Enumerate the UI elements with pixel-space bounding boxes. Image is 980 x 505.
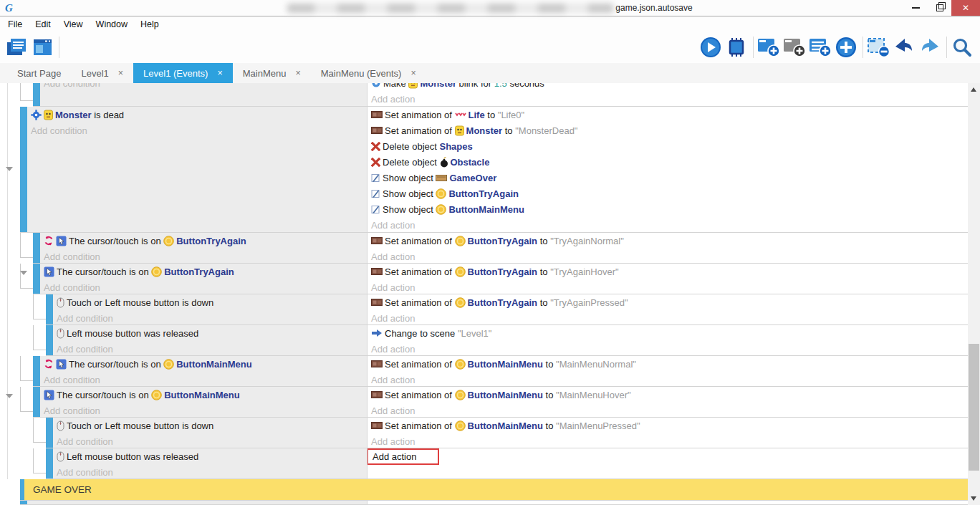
actions-column[interactable]: Set animation of ButtonTryAgain to "TryA… [367,233,968,263]
action-line[interactable]: Set animation of ButtonTryAgain to "TryA… [368,264,968,279]
add-condition-button[interactable]: Add condition [53,464,367,478]
menu-item-file[interactable]: File [1,19,29,29]
condition-line[interactable]: Left mouse button was released [53,448,367,464]
scrollbar-up-arrow[interactable] [971,87,976,92]
condition-line[interactable]: The cursor/touch is on ButtonMainMenu [40,356,367,372]
conditions-column[interactable]: Monster is deadAdd condition [27,107,367,232]
actions-column[interactable]: Add action [367,448,968,478]
add-condition-button[interactable]: Add condition [53,341,367,355]
action-line[interactable]: Set animation of Monster to "MonsterDead… [368,122,968,138]
project-manager-button[interactable] [4,34,30,60]
action-line[interactable]: Make Monster blink for 1.5 seconds [368,83,968,91]
actions-column[interactable]: Change to scene "Level1"Add action [367,325,968,355]
condition-line[interactable]: The cursor/touch is on ButtonTryAgain [40,264,367,279]
add-condition-button[interactable]: Add condition [40,372,367,386]
tab-start-page[interactable]: Start Page [7,63,71,83]
actions-column[interactable]: Set animation of ButtonMainMenu to "Main… [367,387,968,417]
add-action-button[interactable]: Add action [368,372,968,386]
action-line[interactable]: Set animation of ButtonMainMenu to "Main… [368,356,968,372]
add-condition-button[interactable]: Add condition [27,122,367,138]
action-line[interactable]: Set animation of ButtonTryAgain to "TryA… [368,233,968,249]
menu-item-edit[interactable]: Edit [29,19,57,29]
conditions-column[interactable]: The cursor/touch is on ButtonMainMenuAdd… [40,387,367,417]
vertical-scrollbar[interactable] [968,83,980,505]
add-action-button[interactable]: Add action [368,91,968,106]
scrollbar-down-arrow[interactable] [971,496,976,501]
conditions-column[interactable]: Touch or Left mouse button is downAdd co… [53,294,367,324]
add-condition-button[interactable]: Add condition [40,249,367,263]
event-row[interactable] [0,501,968,505]
condition-line[interactable]: Touch or Left mouse button is down [53,418,367,433]
conditions-column[interactable]: The cursor/touch is on ButtonTryAgainAdd… [40,233,367,263]
action-line[interactable]: Set animation of ButtonMainMenu to "Main… [368,418,968,433]
add-condition-button[interactable]: Add condition [40,403,367,417]
event-row[interactable]: The cursor/touch is on ButtonTryAgainAdd… [0,233,968,264]
action-line[interactable]: Show object ButtonMainMenu [368,201,968,217]
add-action-button[interactable]: Add action [368,433,968,448]
tab-close-icon[interactable]: × [295,68,300,78]
collapse-arrow-icon[interactable] [6,167,13,171]
actions-column[interactable]: Set animation of ButtonTryAgain to "TryA… [367,264,968,294]
add-subevent-button[interactable] [782,34,808,60]
highlighted-add-action[interactable]: Add action [367,448,439,465]
action-line[interactable]: Set animation of Life to "Life0" [368,107,968,122]
menu-item-window[interactable]: Window [90,19,134,29]
event-row[interactable]: Monster is deadAdd conditionSet animatio… [0,107,968,233]
scrollbar-thumb[interactable] [969,344,979,471]
condition-line[interactable]: Monster is dead [27,107,367,122]
tab-mainmenu[interactable]: MainMenu× [233,63,311,83]
tab-mainmenu-events-[interactable]: MainMenu (Events)× [311,63,426,83]
condition-line[interactable]: The cursor/touch is on ButtonTryAgain [40,233,367,249]
event-row[interactable]: Left mouse button was releasedAdd condit… [0,325,968,356]
add-condition-button[interactable]: Add condition [40,279,367,294]
scene-window-button[interactable] [30,34,56,60]
event-row[interactable]: Touch or Left mouse button is downAdd co… [0,418,968,448]
add-comment-button[interactable] [808,34,834,60]
actions-column[interactable]: Set animation of ButtonMainMenu to "Main… [367,356,968,386]
add-action-button[interactable]: Add action [368,403,968,417]
actions-column[interactable]: Set animation of Life to "Life0"Set anim… [367,107,968,232]
tab-close-icon[interactable]: × [217,68,222,78]
comment-text[interactable]: GAME OVER [24,479,968,500]
add-something-button[interactable] [834,34,860,60]
comment-row[interactable]: GAME OVER [0,479,968,501]
add-condition-button[interactable]: Add condition [53,433,367,448]
collapse-arrow-icon[interactable] [20,271,27,275]
add-action-button[interactable]: Add action [368,448,968,464]
add-action-button[interactable]: Add action [368,279,968,294]
play-button[interactable] [698,34,724,60]
action-line[interactable]: Show object GameOver [368,170,968,186]
action-line[interactable]: Set animation of ButtonTryAgain to "TryA… [368,294,968,310]
action-line[interactable]: Change to scene "Level1" [368,325,968,341]
redo-button[interactable] [918,34,943,60]
event-row[interactable]: The cursor/touch is on ButtonTryAgainAdd… [0,264,968,294]
actions-column[interactable]: Set animation of ButtonMainMenu to "Main… [367,418,968,448]
event-row[interactable]: Add conditionMake Monster blink for 1.5 … [0,83,968,107]
add-condition-button[interactable]: Add condition [40,83,367,91]
add-action-button[interactable]: Add action [368,249,968,263]
delete-event-button[interactable] [866,34,892,60]
tab-level1-events-[interactable]: Level1 (Events)× [133,63,233,83]
action-line[interactable]: Show object ButtonTryAgain [368,186,968,201]
event-row[interactable]: Touch or Left mouse button is downAdd co… [0,294,968,325]
close-button[interactable]: ✕ [951,0,980,16]
action-line[interactable]: Delete object Obstacle [368,154,968,170]
add-action-button[interactable]: Add action [368,217,968,232]
add-condition-button[interactable]: Add condition [53,310,367,324]
event-row[interactable]: Left mouse button was releasedAdd condit… [0,448,968,479]
conditions-column[interactable]: Left mouse button was releasedAdd condit… [53,448,367,478]
conditions-column[interactable]: Touch or Left mouse button is downAdd co… [53,418,367,448]
add-action-button[interactable]: Add action [368,310,968,324]
debug-button[interactable] [724,34,750,60]
actions-column[interactable]: Make Monster blink for 1.5 secondsAdd ac… [367,83,968,106]
minimize-button[interactable] [904,0,928,16]
conditions-column[interactable]: The cursor/touch is on ButtonMainMenuAdd… [40,356,367,386]
condition-line[interactable]: The cursor/touch is on ButtonMainMenu [40,387,367,403]
conditions-column[interactable]: The cursor/touch is on ButtonTryAgainAdd… [40,264,367,294]
tab-close-icon[interactable]: × [410,68,415,78]
undo-button[interactable] [892,34,918,60]
collapse-arrow-icon[interactable] [6,394,13,398]
action-line[interactable]: Set animation of ButtonMainMenu to "Main… [368,387,968,403]
event-row[interactable]: The cursor/touch is on ButtonMainMenuAdd… [0,387,968,418]
actions-column[interactable]: Set animation of ButtonTryAgain to "TryA… [367,294,968,324]
